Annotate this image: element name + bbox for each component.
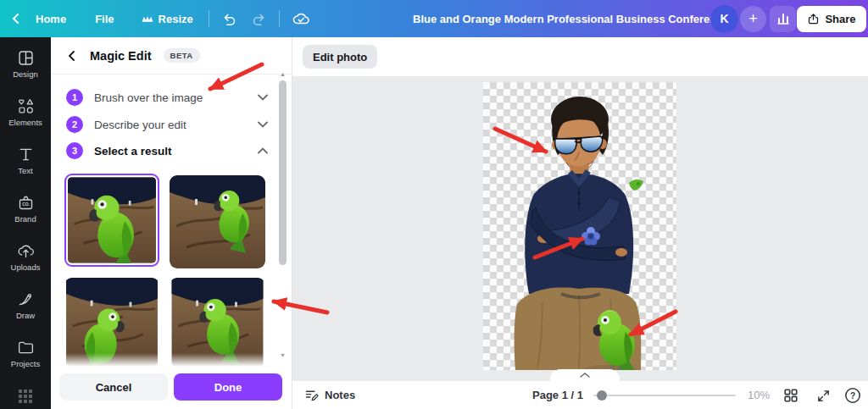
- step-brush-over-image[interactable]: 1 Brush over the image: [66, 86, 268, 108]
- step-number-badge: 2: [66, 116, 83, 133]
- crown-icon: [142, 15, 153, 23]
- help-icon: ?: [844, 387, 861, 404]
- elements-icon: [17, 97, 35, 115]
- expand-icon: [816, 389, 831, 403]
- panel-fade: [51, 353, 291, 367]
- sidebar-label: Text: [18, 166, 32, 175]
- redo-icon: [251, 12, 267, 26]
- toolbar-separator: [209, 10, 209, 27]
- sidebar-item-uploads[interactable]: Uploads: [0, 235, 51, 279]
- brand-icon: CO.: [17, 194, 35, 212]
- sidebar-item-brand[interactable]: CO. Brand: [0, 186, 51, 230]
- apps-grid-button[interactable]: [0, 385, 51, 407]
- scroll-up-arrow[interactable]: ▲: [280, 71, 286, 77]
- result-thumbnail-2[interactable]: [170, 175, 265, 268]
- beta-badge: BETA: [164, 48, 200, 63]
- uploads-icon: [17, 242, 35, 260]
- edit-photo-button[interactable]: Edit photo: [303, 45, 377, 69]
- bottom-bar-pull-tab[interactable]: [550, 369, 620, 388]
- zoom-slider-track: [593, 395, 736, 396]
- design-title[interactable]: Blue and Orange Modern Professional Busi…: [413, 0, 738, 37]
- apps-grid-icon: [18, 389, 33, 404]
- notes-icon: [304, 388, 319, 402]
- zoom-slider[interactable]: [593, 390, 736, 401]
- context-toolbar: Edit photo: [292, 37, 868, 76]
- sidebar-item-text[interactable]: Text: [0, 138, 51, 182]
- add-member-button[interactable]: +: [740, 6, 766, 32]
- sidebar-item-projects[interactable]: Projects: [0, 331, 51, 375]
- grid-view-icon: [783, 388, 798, 403]
- insights-button[interactable]: [770, 6, 796, 32]
- panel-scrollbar[interactable]: [279, 80, 287, 265]
- panel-header: Magic Edit BETA: [51, 37, 292, 75]
- home-button[interactable]: Home: [25, 0, 76, 37]
- panel-back-icon[interactable]: [66, 50, 78, 62]
- sidebar-label: Brand: [14, 214, 36, 224]
- svg-text:CO.: CO.: [22, 202, 30, 207]
- grid-view-button[interactable]: [780, 384, 802, 406]
- sidebar-label: Elements: [8, 118, 42, 127]
- resize-button[interactable]: Resize: [131, 0, 203, 37]
- undo-button[interactable]: [214, 0, 244, 37]
- chevron-up-icon: [258, 147, 268, 154]
- chevron-down-icon: [258, 121, 268, 128]
- sidebar-item-elements[interactable]: Elements: [0, 90, 51, 134]
- resize-label: Resize: [159, 13, 193, 25]
- share-label: Share: [825, 13, 855, 25]
- panel-button-bar: Cancel Done: [51, 367, 292, 409]
- top-toolbar: Home File Resize Blue and Orange Modern …: [0, 0, 868, 37]
- bar-chart-icon: [776, 12, 790, 25]
- canvas-area: Edit photo: [292, 37, 868, 409]
- fullscreen-button[interactable]: [812, 384, 834, 406]
- step-label: Brush over the image: [94, 91, 247, 104]
- zoom-slider-thumb[interactable]: [597, 390, 607, 401]
- cloud-save-status[interactable]: [285, 0, 317, 37]
- notes-button[interactable]: Notes: [304, 388, 355, 402]
- share-button[interactable]: Share: [797, 6, 866, 32]
- undo-icon: [221, 12, 237, 26]
- sidebar-label: Uploads: [11, 263, 41, 272]
- cloud-check-icon: [292, 11, 310, 26]
- text-icon: [17, 146, 35, 163]
- chevron-left-icon: [10, 13, 22, 25]
- zoom-percentage: 10%: [748, 389, 770, 401]
- step-label: Describe your edit: [94, 119, 247, 131]
- help-button[interactable]: ?: [842, 384, 864, 406]
- page-indicator: Page 1 / 1: [532, 389, 583, 401]
- chevron-down-icon: [258, 94, 268, 101]
- cancel-button[interactable]: Cancel: [59, 373, 168, 401]
- sidebar-label: Projects: [11, 359, 40, 368]
- sidebar-item-design[interactable]: Design: [0, 41, 51, 86]
- redo-button[interactable]: [244, 0, 274, 37]
- share-upload-icon: [807, 13, 820, 25]
- draw-icon: [17, 290, 35, 308]
- done-button[interactable]: Done: [174, 373, 282, 401]
- sidebar-item-draw[interactable]: Draw: [0, 283, 51, 327]
- app-sidebar: Design Elements Text CO. Brand Uploads D…: [0, 37, 51, 409]
- magic-edit-panel: Magic Edit BETA 1 Brush over the image 2…: [51, 37, 292, 409]
- chevron-up-icon: [580, 373, 590, 378]
- step-label: Select a result: [94, 145, 247, 158]
- step-number-badge: 1: [66, 89, 83, 106]
- step-select-result[interactable]: 3 Select a result: [66, 140, 268, 162]
- avatar[interactable]: K: [710, 5, 738, 33]
- svg-text:?: ?: [850, 391, 855, 401]
- step-describe-edit[interactable]: 2 Describe your edit: [66, 113, 268, 135]
- man-with-parrot-photo: [483, 82, 676, 370]
- photo-canvas-image[interactable]: [483, 82, 676, 370]
- sidebar-label: Design: [13, 69, 38, 79]
- file-menu[interactable]: File: [85, 0, 124, 37]
- back-button[interactable]: [0, 0, 25, 37]
- sidebar-label: Draw: [16, 311, 35, 320]
- panel-title: Magic Edit: [90, 49, 152, 63]
- step-number-badge: 3: [66, 142, 83, 159]
- notes-label: Notes: [325, 389, 355, 401]
- result-thumbnail-1[interactable]: [64, 174, 159, 267]
- design-icon: [17, 49, 35, 67]
- projects-icon: [17, 339, 35, 356]
- toolbar-separator: [279, 10, 280, 27]
